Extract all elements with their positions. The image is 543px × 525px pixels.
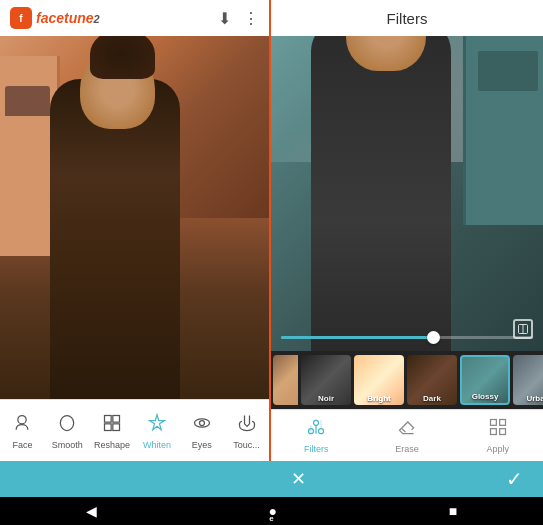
bottom-right-section: ✕ ✓ <box>271 461 543 497</box>
apply-icon <box>488 417 508 442</box>
right-image <box>271 36 543 351</box>
reshape-icon <box>102 413 122 438</box>
svg-rect-19 <box>499 429 505 435</box>
eyes-icon <box>192 413 212 438</box>
filter-bright-label: Bright <box>354 394 404 403</box>
filter-thumb-noir[interactable]: Noir <box>301 355 351 405</box>
filter-thumb-dark[interactable]: Dark <box>407 355 457 405</box>
toolbar-reshape[interactable]: Reshape <box>90 413 135 450</box>
touch-label: Touc... <box>233 440 260 450</box>
filter-thumb-glossy[interactable]: Glossy <box>460 355 510 405</box>
whiten-label: Whiten <box>143 440 171 450</box>
right-scene <box>271 36 543 351</box>
compare-icon[interactable] <box>513 319 533 339</box>
right-building-detail <box>478 51 538 91</box>
svg-rect-17 <box>499 420 505 426</box>
smooth-label: Smooth <box>52 440 83 450</box>
right-bottom-toolbar: Filters Erase <box>271 409 543 461</box>
logo-icon: f <box>10 7 32 29</box>
slider-thumb[interactable] <box>427 331 440 344</box>
erase-label: Erase <box>395 444 419 454</box>
svg-rect-18 <box>490 429 496 435</box>
filter-dark-label: Dark <box>407 394 457 403</box>
left-toolbar: Face Smooth <box>0 399 269 461</box>
filter-thumb-urban[interactable]: Urban <box>513 355 543 405</box>
toolbar-smooth[interactable]: Smooth <box>45 413 90 450</box>
filter-noir-label: Noir <box>301 394 351 403</box>
main-layout: f facetune2 ⬇ ⋮ <box>0 0 543 461</box>
erase-icon <box>397 417 417 442</box>
filter-thumb-partial-e[interactable]: e <box>273 355 298 405</box>
apply-label: Apply <box>486 444 509 454</box>
filter-thumb-bright[interactable]: Bright <box>354 355 404 405</box>
right-person-body <box>311 36 451 351</box>
bottom-left-section <box>0 461 271 497</box>
bottom-action-bar: ✕ ✓ <box>0 461 543 497</box>
svg-point-6 <box>199 421 204 426</box>
toolbar-whiten[interactable]: Whiten <box>134 413 179 450</box>
filters-label: Filters <box>304 444 329 454</box>
right-building <box>463 36 543 225</box>
svg-point-0 <box>18 416 26 424</box>
cancel-button[interactable]: ✕ <box>291 468 306 490</box>
whiten-icon <box>147 413 167 438</box>
svg-rect-1 <box>105 416 112 423</box>
download-icon[interactable]: ⬇ <box>218 9 231 28</box>
smooth-icon <box>57 413 77 438</box>
svg-rect-4 <box>113 424 120 431</box>
toolbar-apply[interactable]: Apply <box>452 417 543 454</box>
svg-rect-3 <box>105 424 112 431</box>
left-panel: f facetune2 ⬇ ⋮ <box>0 0 271 461</box>
toolbar-eyes[interactable]: Eyes <box>179 413 224 450</box>
more-icon[interactable]: ⋮ <box>243 9 259 28</box>
filters-icon <box>306 417 326 442</box>
left-header: f facetune2 ⬇ ⋮ <box>0 0 269 36</box>
toolbar-filters[interactable]: Filters <box>271 417 362 454</box>
app-title: facetune2 <box>36 10 100 26</box>
toolbar-touch[interactable]: Touc... <box>224 413 269 450</box>
svg-point-9 <box>314 420 319 425</box>
svg-rect-2 <box>113 416 120 423</box>
reshape-label: Reshape <box>94 440 130 450</box>
face-label: Face <box>12 440 32 450</box>
face-icon <box>12 413 32 438</box>
slider-track[interactable] <box>281 336 533 339</box>
slider-fill <box>281 336 432 339</box>
filters-title: Filters <box>387 10 428 27</box>
person-hair <box>90 36 155 79</box>
toolbar-face[interactable]: Face <box>0 413 45 450</box>
toolbar-erase[interactable]: Erase <box>362 417 453 454</box>
filter-urban-label: Urban <box>513 394 543 403</box>
building-detail <box>5 86 50 116</box>
svg-rect-16 <box>490 420 496 426</box>
left-scene <box>0 36 269 399</box>
touch-icon <box>237 413 257 438</box>
facetune-logo: f facetune2 <box>10 7 100 29</box>
right-panel: Filters <box>271 0 543 461</box>
filter-glossy-label: Glossy <box>462 392 508 401</box>
left-image <box>0 36 269 399</box>
svg-point-11 <box>319 429 324 434</box>
right-header: Filters <box>271 0 543 36</box>
filter-strip: e Noir Bright Dark Glossy Urban <box>271 351 543 409</box>
header-actions: ⬇ ⋮ <box>218 9 259 28</box>
eyes-label: Eyes <box>192 440 212 450</box>
confirm-button[interactable]: ✓ <box>506 467 523 491</box>
filter-slider-area[interactable] <box>271 336 543 343</box>
svg-line-15 <box>402 429 405 432</box>
